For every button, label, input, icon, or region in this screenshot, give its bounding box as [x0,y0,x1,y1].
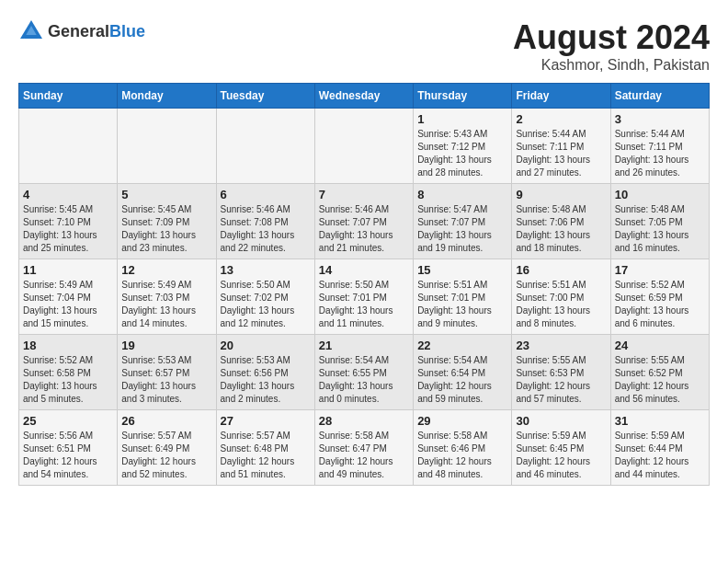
calendar-table: SundayMondayTuesdayWednesdayThursdayFrid… [18,83,710,486]
calendar-cell: 27Sunrise: 5:57 AMSunset: 6:48 PMDayligh… [216,410,314,486]
calendar-cell: 14Sunrise: 5:50 AMSunset: 7:01 PMDayligh… [314,259,413,335]
day-info: Sunrise: 5:44 AMSunset: 7:11 PMDaylight:… [615,128,705,179]
day-info: Sunrise: 5:48 AMSunset: 7:05 PMDaylight:… [615,203,705,255]
day-info: Sunrise: 5:49 AMSunset: 7:03 PMDaylight:… [121,279,211,330]
calendar-cell: 10Sunrise: 5:48 AMSunset: 7:05 PMDayligh… [610,184,709,259]
calendar-cell: 3Sunrise: 5:44 AMSunset: 7:11 PMDaylight… [610,109,709,184]
calendar-cell: 13Sunrise: 5:50 AMSunset: 7:02 PMDayligh… [216,259,314,335]
day-number: 15 [417,263,507,277]
calendar-cell: 9Sunrise: 5:48 AMSunset: 7:06 PMDaylight… [512,184,610,259]
calendar-cell: 19Sunrise: 5:53 AMSunset: 6:57 PMDayligh… [118,335,216,410]
calendar-cell: 23Sunrise: 5:55 AMSunset: 6:53 PMDayligh… [512,335,610,410]
day-number: 17 [615,263,705,277]
day-info: Sunrise: 5:47 AMSunset: 7:07 PMDaylight:… [417,203,507,255]
calendar-cell: 29Sunrise: 5:58 AMSunset: 6:46 PMDayligh… [414,410,512,486]
weekday-header-friday: Friday [512,84,610,109]
day-info: Sunrise: 5:54 AMSunset: 6:54 PMDaylight:… [417,354,507,406]
calendar-cell [19,109,118,184]
day-number: 27 [221,414,311,428]
day-info: Sunrise: 5:45 AMSunset: 7:10 PMDaylight:… [23,203,113,255]
day-info: Sunrise: 5:52 AMSunset: 6:58 PMDaylight:… [23,354,113,406]
day-number: 11 [23,263,113,277]
title-section: August 2024 Kashmor, Sindh, Pakistan [513,18,710,74]
day-number: 19 [121,339,211,352]
day-number: 24 [615,339,705,352]
calendar-cell: 18Sunrise: 5:52 AMSunset: 6:58 PMDayligh… [19,335,118,410]
day-number: 9 [516,188,606,201]
day-info: Sunrise: 5:44 AMSunset: 7:11 PMDaylight:… [516,128,606,179]
calendar-body: 1Sunrise: 5:43 AMSunset: 7:12 PMDaylight… [19,109,710,486]
day-number: 30 [516,414,606,428]
day-info: Sunrise: 5:54 AMSunset: 6:55 PMDaylight:… [319,354,409,406]
day-number: 25 [23,414,113,428]
day-number: 26 [121,414,211,428]
calendar-week-5: 25Sunrise: 5:56 AMSunset: 6:51 PMDayligh… [19,410,710,486]
calendar-cell: 28Sunrise: 5:58 AMSunset: 6:47 PMDayligh… [314,410,413,486]
day-number: 23 [516,339,606,352]
calendar-cell: 6Sunrise: 5:46 AMSunset: 7:08 PMDaylight… [216,184,314,259]
calendar-cell: 11Sunrise: 5:49 AMSunset: 7:04 PMDayligh… [19,259,118,335]
calendar-week-2: 4Sunrise: 5:45 AMSunset: 7:10 PMDaylight… [19,184,710,259]
day-number: 16 [516,263,606,277]
logo-icon [18,18,44,44]
day-info: Sunrise: 5:45 AMSunset: 7:09 PMDaylight:… [121,203,211,255]
day-info: Sunrise: 5:50 AMSunset: 7:02 PMDaylight:… [221,279,311,330]
calendar-cell [216,109,314,184]
day-info: Sunrise: 5:51 AMSunset: 7:01 PMDaylight:… [417,279,507,330]
logo-text-blue: Blue [109,22,145,40]
day-number: 1 [417,112,507,126]
day-number: 22 [417,339,507,352]
day-info: Sunrise: 5:53 AMSunset: 6:56 PMDaylight:… [221,354,311,406]
calendar-cell: 31Sunrise: 5:59 AMSunset: 6:44 PMDayligh… [610,410,709,486]
calendar-cell: 8Sunrise: 5:47 AMSunset: 7:07 PMDaylight… [414,184,512,259]
day-number: 2 [516,112,606,126]
calendar-cell: 25Sunrise: 5:56 AMSunset: 6:51 PMDayligh… [19,410,118,486]
calendar-cell: 24Sunrise: 5:55 AMSunset: 6:52 PMDayligh… [610,335,709,410]
weekday-header-saturday: Saturday [610,84,709,109]
day-info: Sunrise: 5:59 AMSunset: 6:45 PMDaylight:… [516,430,606,481]
calendar-cell: 21Sunrise: 5:54 AMSunset: 6:55 PMDayligh… [314,335,413,410]
calendar-cell: 17Sunrise: 5:52 AMSunset: 6:59 PMDayligh… [610,259,709,335]
calendar-cell: 12Sunrise: 5:49 AMSunset: 7:03 PMDayligh… [118,259,216,335]
weekday-header-wednesday: Wednesday [314,84,413,109]
day-number: 5 [121,188,211,201]
day-info: Sunrise: 5:59 AMSunset: 6:44 PMDaylight:… [615,430,705,481]
day-info: Sunrise: 5:52 AMSunset: 6:59 PMDaylight:… [615,279,705,330]
location-subtitle: Kashmor, Sindh, Pakistan [513,57,710,74]
calendar-cell: 22Sunrise: 5:54 AMSunset: 6:54 PMDayligh… [414,335,512,410]
calendar-cell: 2Sunrise: 5:44 AMSunset: 7:11 PMDaylight… [512,109,610,184]
day-info: Sunrise: 5:49 AMSunset: 7:04 PMDaylight:… [23,279,113,330]
day-info: Sunrise: 5:50 AMSunset: 7:01 PMDaylight:… [319,279,409,330]
calendar-week-3: 11Sunrise: 5:49 AMSunset: 7:04 PMDayligh… [19,259,710,335]
day-number: 6 [221,188,311,201]
svg-rect-2 [24,35,39,39]
day-number: 14 [319,263,409,277]
day-info: Sunrise: 5:51 AMSunset: 7:00 PMDaylight:… [516,279,606,330]
day-number: 29 [417,414,507,428]
weekday-header-thursday: Thursday [414,84,512,109]
logo-text-general: General [48,22,109,40]
day-number: 7 [319,188,409,201]
day-number: 31 [615,414,705,428]
month-year-title: August 2024 [513,18,710,57]
day-info: Sunrise: 5:57 AMSunset: 6:49 PMDaylight:… [121,430,211,481]
logo: GeneralBlue [18,18,145,44]
calendar-cell: 16Sunrise: 5:51 AMSunset: 7:00 PMDayligh… [512,259,610,335]
day-number: 18 [23,339,113,352]
calendar-cell: 5Sunrise: 5:45 AMSunset: 7:09 PMDaylight… [118,184,216,259]
day-info: Sunrise: 5:56 AMSunset: 6:51 PMDaylight:… [23,430,113,481]
day-info: Sunrise: 5:46 AMSunset: 7:07 PMDaylight:… [319,203,409,255]
day-number: 13 [221,263,311,277]
day-info: Sunrise: 5:58 AMSunset: 6:47 PMDaylight:… [319,430,409,481]
day-info: Sunrise: 5:55 AMSunset: 6:52 PMDaylight:… [615,354,705,406]
weekday-header-monday: Monday [118,84,216,109]
weekday-header-sunday: Sunday [19,84,118,109]
calendar-cell: 7Sunrise: 5:46 AMSunset: 7:07 PMDaylight… [314,184,413,259]
day-number: 4 [23,188,113,201]
day-number: 21 [319,339,409,352]
calendar-week-4: 18Sunrise: 5:52 AMSunset: 6:58 PMDayligh… [19,335,710,410]
day-info: Sunrise: 5:46 AMSunset: 7:08 PMDaylight:… [221,203,311,255]
calendar-cell [314,109,413,184]
page-header: GeneralBlue August 2024 Kashmor, Sindh, … [18,18,710,74]
day-number: 10 [615,188,705,201]
